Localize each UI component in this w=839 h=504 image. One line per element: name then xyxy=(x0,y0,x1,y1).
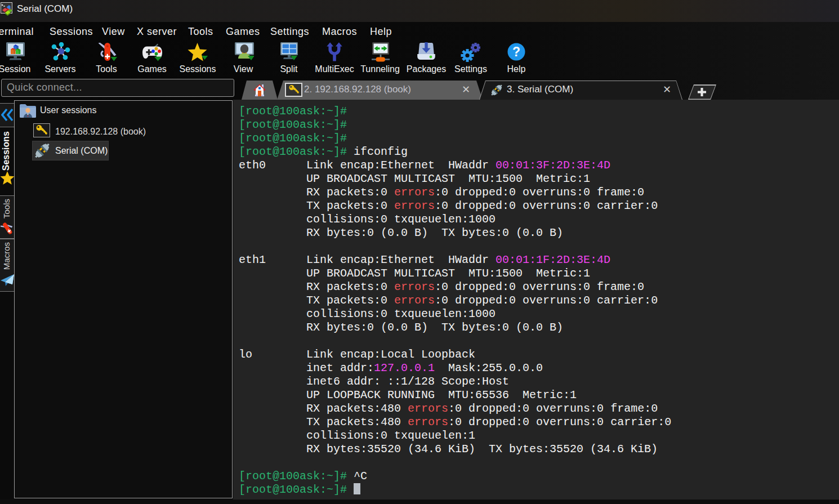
svg-text:?: ? xyxy=(512,44,520,59)
